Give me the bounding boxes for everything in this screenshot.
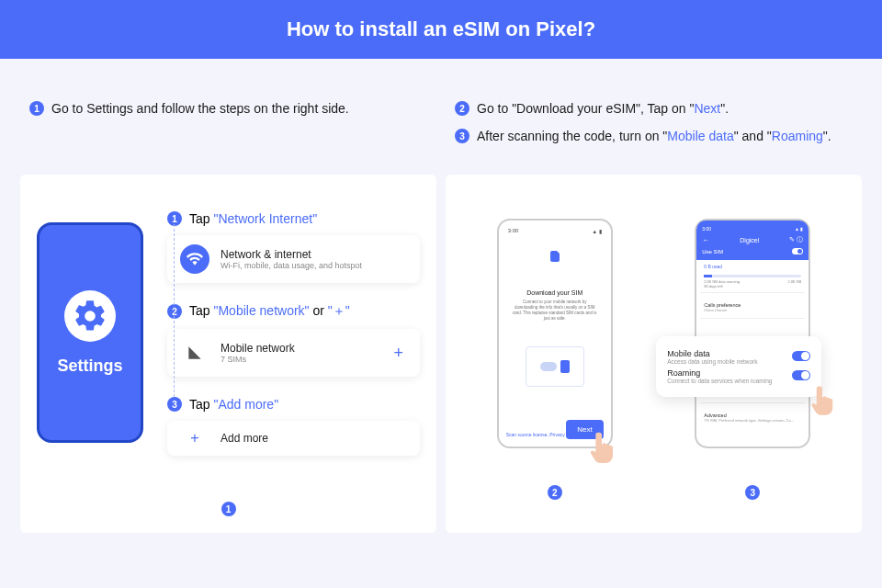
usage-left: 0 B used: [700, 260, 805, 269]
panel-1-badge: 1: [221, 502, 236, 516]
signal-icon: [180, 338, 209, 368]
step-1-badge: 1: [167, 211, 182, 226]
settings-phone-mock: Settings: [37, 222, 143, 443]
steps-column: 1 Tap "Network Internet" Network & inter…: [167, 191, 420, 516]
mobile-data-sub: Access data using mobile network: [667, 358, 757, 365]
roaming-sub: Connect to data services when roaming: [667, 378, 772, 384]
panel-grid: Settings 1 Tap "Network Internet" Networ…: [0, 175, 882, 533]
step-1-quote: "Network Internet": [213, 211, 317, 226]
hand-pointer-icon: [808, 384, 836, 417]
page-title: How to install an eSIM on Pixel?: [287, 17, 595, 41]
intro-left: 1 Go to Settings and follow the steps on…: [29, 101, 418, 156]
sim-icon: [560, 360, 570, 373]
carrier-name: Digicel: [740, 237, 759, 243]
instruction-2: 2 Go to "Download your eSIM", Tap on "Ne…: [455, 101, 843, 116]
mobile-data-toggle[interactable]: [792, 351, 810, 361]
cloud-icon: [540, 362, 557, 371]
phone2-header: 3:00▲ ▮ ←Digicel✎ ⓘ Use SIM: [696, 220, 808, 260]
instruction-1: 1 Go to Settings and follow the steps on…: [29, 101, 418, 116]
instruction-1-text: Go to Settings and follow the steps on t…: [51, 101, 349, 116]
network-internet-card[interactable]: Network & internet Wi-Fi, mobile, data u…: [167, 235, 420, 283]
roaming-toggle[interactable]: [792, 370, 810, 380]
instruction-3: 3 After scanning the code, turn on "Mobi…: [455, 129, 843, 143]
mobile-card-title: Mobile network: [220, 342, 295, 355]
cloud-sim-illustration: [526, 346, 584, 387]
advanced-row[interactable]: AdvancedTG SIM, Preferred network type, …: [700, 407, 805, 424]
mobile-data-title: Mobile data: [667, 349, 757, 358]
instruction-2-text: Go to "Download your eSIM", Tap on "Next…: [477, 101, 729, 116]
hand-pointer-icon: [587, 430, 616, 467]
num-badge-1: 1: [29, 101, 44, 116]
highlight-roaming: Roaming: [772, 129, 823, 143]
network-card-title: Network & internet: [220, 248, 362, 261]
add-more-title: Add more: [220, 432, 268, 445]
panel-right: 3:00▲ ▮ Download your SIM Connect to you…: [446, 175, 862, 533]
step-connector-line: [174, 224, 175, 397]
mobile-data-row[interactable]: Mobile data Access data using mobile net…: [667, 349, 810, 365]
calls-pref-row[interactable]: Calls preferenceChina Unicom: [700, 297, 805, 314]
mobile-card-sub: 7 SIMs: [220, 355, 295, 364]
panel-left: Settings 1 Tap "Network Internet" Networ…: [20, 175, 436, 533]
step-3-label: 3 Tap "Add more": [167, 397, 420, 412]
phone-col-settings: 3:00▲ ▮ ←Digicel✎ ⓘ Use SIM 0 B used 2.0…: [661, 191, 846, 516]
wifi-icon: [180, 244, 209, 274]
download-sim-title: Download your SIM: [504, 289, 605, 296]
use-sim-label: Use SIM: [702, 249, 723, 254]
gear-icon: [64, 290, 116, 342]
roaming-title: Roaming: [667, 368, 772, 378]
download-sim-phone: 3:00▲ ▮ Download your SIM Connect to you…: [497, 219, 613, 448]
plus-icon[interactable]: +: [393, 344, 407, 363]
panel-3-badge: 3: [745, 485, 760, 500]
toggles-overlay: Mobile data Access data using mobile net…: [656, 336, 821, 397]
step-2-quote: "Mobile network": [213, 303, 309, 318]
step-2-label: 2 Tap "Mobile network" or "＋": [167, 303, 420, 320]
step-2-quote2: "＋": [328, 303, 350, 318]
page-header: How to install an eSIM on Pixel?: [0, 0, 882, 59]
intro-instructions: 1 Go to Settings and follow the steps on…: [0, 59, 882, 175]
use-sim-toggle[interactable]: [792, 248, 803, 254]
network-card-sub: Wi-Fi, mobile, data usage, and hotspot: [220, 261, 362, 270]
step-3-quote: "Add more": [213, 397, 278, 412]
step-2-badge: 2: [167, 304, 182, 319]
panel-2-badge: 2: [548, 485, 562, 500]
num-badge-2: 2: [455, 101, 469, 116]
intro-right: 2 Go to "Download your eSIM", Tap on "Ne…: [455, 101, 843, 156]
add-more-card[interactable]: + Add more: [167, 421, 420, 456]
data-usage-bar: [704, 275, 801, 277]
license-links: Scan source license, Privacy path: [506, 432, 575, 437]
download-sim-desc: Connect to your mobile network by downlo…: [512, 300, 598, 321]
num-badge-3: 3: [455, 129, 469, 143]
highlight-mobile-data: Mobile data: [667, 129, 733, 143]
step-3-badge: 3: [167, 397, 182, 412]
phone-col-download: 3:00▲ ▮ Download your SIM Connect to you…: [462, 191, 648, 516]
data-settings-phone: 3:00▲ ▮ ←Digicel✎ ⓘ Use SIM 0 B used 2.0…: [695, 219, 810, 448]
roaming-row[interactable]: Roaming Connect to data services when ro…: [667, 368, 810, 384]
mobile-network-card[interactable]: Mobile network 7 SIMs +: [167, 329, 420, 377]
plus-icon: +: [180, 430, 209, 447]
settings-label: Settings: [57, 356, 122, 376]
instruction-3-text: After scanning the code, turn on "Mobile…: [477, 129, 831, 143]
highlight-next: Next: [694, 101, 720, 116]
step-1-label: 1 Tap "Network Internet": [167, 211, 420, 226]
sim-card-icon: [504, 249, 605, 266]
